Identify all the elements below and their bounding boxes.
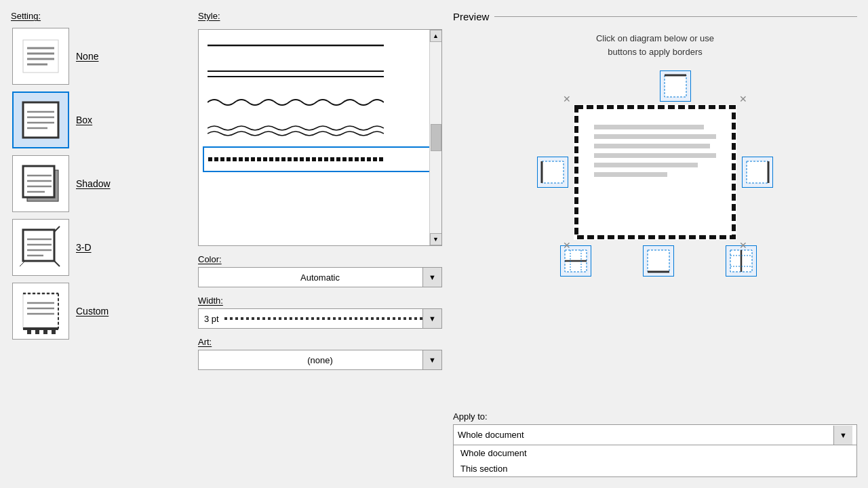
setting-label-box: Box [76,115,92,125]
doc-line [594,134,716,139]
width-label: Width: [198,296,442,306]
corner-bl: ✕ [563,240,571,251]
apply-option-whole-doc[interactable]: Whole document [454,445,856,461]
apply-option-this-section[interactable]: This section [454,461,856,476]
setting-list: None Box [11,26,187,341]
setting-item-custom[interactable]: Custom [11,281,187,341]
style-scroll-area [199,30,441,245]
style-listbox[interactable]: ▲ ▼ [198,29,442,246]
setting-item-box[interactable]: Box [11,90,187,150]
art-label: Art: [198,337,442,347]
apply-label: Apply to: [453,411,857,422]
apply-selected-value: Whole document [458,430,833,440]
style-item-wavy1[interactable] [203,89,437,115]
svg-rect-41 [542,161,564,183]
inner-v-border-icon [729,249,753,273]
svg-rect-50 [648,250,669,272]
middle-panel: Style: [198,11,442,477]
style-item-thin-solid[interactable] [203,33,437,58]
style-item-wavy2[interactable] [203,118,437,144]
setting-label-3d: 3-D [76,242,92,253]
svg-rect-24 [23,293,58,329]
setting-item-shadow[interactable]: Shadow [11,154,187,214]
corner-br: ✕ [739,240,747,251]
svg-line-18 [54,261,60,266]
style-scrollbar[interactable]: ▲ ▼ [429,30,441,245]
top-border-row [540,70,770,102]
preview-doc [574,104,736,240]
shadow-icon-svg [18,161,64,207]
doc-line [594,172,667,177]
setting-icon-custom [12,283,69,340]
none-icon-svg [18,33,64,79]
color-value: Automatic [203,272,437,283]
setting-icon-none [12,28,69,85]
wavy-double-line-icon [208,121,384,140]
apply-section: Apply to: Whole document ▼ Whole documen… [453,411,857,477]
setting-label-shadow: Shadow [76,178,111,189]
svg-rect-39 [665,75,686,97]
style-item-hatch[interactable] [203,146,437,172]
thin-solid-line-icon [208,36,384,55]
art-row: Art: (none) ▼ [198,337,442,370]
right-border-btn[interactable] [742,157,773,188]
inner-h-border-icon [564,249,588,273]
top-border-icon [663,74,688,98]
svg-rect-5 [23,102,58,138]
preview-instruction: Click on diagram below or usebuttons to … [453,29,857,64]
top-border-btn[interactable] [660,70,691,102]
svg-rect-32 [35,330,39,334]
color-row: Color: Automatic ▼ [198,254,442,287]
hatch-line-icon [208,150,384,169]
width-dropdown[interactable]: 3 pt ▼ [198,308,442,329]
width-preview [224,317,422,320]
preview-title: Preview [453,11,489,22]
bottom-border-btn[interactable] [643,245,674,277]
preview-divider [494,16,857,17]
doc-line [594,153,716,158]
apply-dropdown-btn[interactable]: ▼ [833,426,852,445]
scroll-thumb[interactable] [431,124,441,151]
color-dropdown-btn[interactable]: ▼ [422,268,441,287]
left-border-btn[interactable] [537,157,568,188]
art-dropdown[interactable]: (none) ▼ [198,350,442,370]
bottom-btns-row [540,245,770,277]
3d-icon-svg [18,224,64,270]
scroll-up-btn[interactable]: ▲ [430,30,442,42]
art-dropdown-btn[interactable]: ▼ [422,350,441,369]
style-section: Style: [198,11,442,246]
apply-dropdown[interactable]: Whole document ▼ [454,425,856,445]
width-dropdown-btn[interactable]: ▼ [422,309,441,328]
right-border-icon [745,160,770,184]
custom-icon-svg [18,288,64,334]
doc-content [574,104,736,202]
apply-dropdown-container: Whole document ▼ Whole document This sec… [453,424,857,477]
left-border-icon [540,160,565,184]
width-line-preview [224,317,422,320]
width-value: 3 pt [199,314,224,324]
svg-rect-31 [27,330,31,334]
style-item-double[interactable] [203,61,437,87]
setting-icon-3d [12,219,69,276]
left-panel: Setting: None [11,11,187,477]
scroll-down-btn[interactable]: ▼ [430,233,442,245]
corner-tr: ✕ [739,94,747,104]
box-icon-svg [18,97,64,143]
svg-rect-44 [747,161,768,183]
setting-item-3d[interactable]: 3-D [11,218,187,277]
preview-diagram: ✕ ✕ ✕ ✕ [453,70,857,399]
setting-label-none: None [76,51,98,62]
art-value: (none) [203,355,437,365]
color-dropdown[interactable]: Automatic ▼ [198,267,442,287]
setting-icon-shadow [12,155,69,212]
svg-rect-33 [43,330,47,334]
svg-rect-0 [23,40,58,73]
preview-doc-wrapper[interactable]: ✕ ✕ ✕ ✕ [574,104,736,240]
double-line-icon [208,64,384,83]
preview-header: Preview [453,11,857,22]
setting-item-none[interactable]: None [11,26,187,86]
bottom-border-icon [646,249,671,273]
svg-rect-34 [52,330,56,334]
right-panel: Preview Click on diagram below or usebut… [453,11,857,477]
setting-label: Setting: [11,11,187,21]
